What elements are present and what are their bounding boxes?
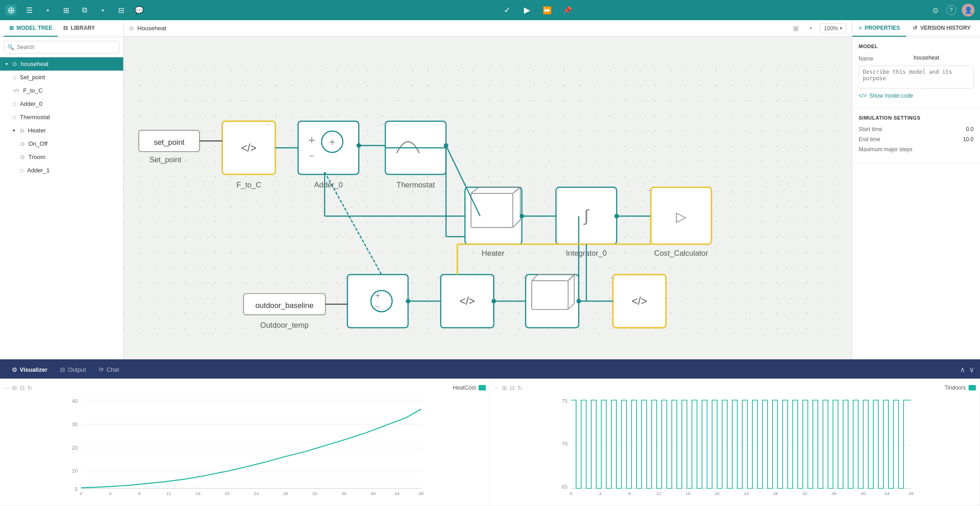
- svg-text:+: +: [329, 136, 336, 148]
- sidebar-item-troom[interactable]: ⊙ Troom: [0, 150, 123, 164]
- heatcost-menu-icon[interactable]: ···: [4, 384, 9, 391]
- svg-text:0: 0: [80, 491, 82, 496]
- view-arrow-icon[interactable]: ▾: [97, 5, 108, 16]
- box3d-2-node[interactable]: [526, 275, 579, 328]
- svg-point-13: [356, 143, 361, 148]
- svg-text:</>: </>: [632, 295, 647, 307]
- output-icon: ⊟: [60, 366, 65, 373]
- charts-area: ··· ⊞ ⊟ ↻ HeatCost 40 30 20 10: [0, 379, 980, 506]
- heatcost-save-icon[interactable]: ⊟: [20, 385, 25, 391]
- tindoors-legend: Tindoors: [945, 385, 976, 391]
- description-input[interactable]: [859, 66, 974, 88]
- outdoor-temp-label: Outdoor_temp: [260, 321, 309, 330]
- svg-text:40: 40: [370, 491, 376, 496]
- adder-0-node[interactable]: [298, 121, 359, 175]
- add-view-icon[interactable]: ⊟: [115, 5, 126, 16]
- expand-panel-icon[interactable]: ∨: [969, 365, 975, 374]
- svg-text:20: 20: [224, 491, 230, 496]
- add-model-icon[interactable]: ⊞: [60, 5, 71, 16]
- diagram-canvas[interactable]: set_point Set_point </> F_to_C ↔ + − + A…: [124, 37, 852, 359]
- tab-chat[interactable]: ⟳ Chat: [93, 363, 125, 377]
- svg-text:20: 20: [714, 491, 720, 496]
- menu-icon[interactable]: ☰: [24, 5, 35, 16]
- search-input[interactable]: [4, 41, 120, 54]
- tindoors-copy-icon[interactable]: ⊞: [502, 385, 507, 391]
- collapse-panel-icon[interactable]: ∧: [960, 365, 965, 374]
- sidebar-item-on-off[interactable]: ⊙ On_Off: [0, 137, 123, 150]
- tindoors-refresh-icon[interactable]: ↻: [517, 385, 523, 391]
- svg-text:+: +: [375, 291, 381, 301]
- tab-visualizer[interactable]: ⊙ Visualizer: [5, 363, 54, 377]
- heatcost-chart-header: ··· ⊞ ⊟ ↻ HeatCost: [4, 382, 486, 393]
- heater-node[interactable]: [465, 187, 522, 244]
- tab-output[interactable]: ⊟ Output: [54, 363, 92, 377]
- sidebar-item-adder-1[interactable]: □ Adder_1: [0, 164, 123, 177]
- sidebar-item-thermostat[interactable]: □ Thermostat: [0, 110, 123, 124]
- tab-library[interactable]: ⊟ LIBRARY: [58, 20, 100, 37]
- tab-properties[interactable]: ≡ PROPERTIES: [852, 20, 906, 37]
- tindoors-save-icon[interactable]: ⊟: [510, 385, 515, 391]
- pin-icon[interactable]: 📌: [562, 5, 573, 16]
- comment-icon[interactable]: 💬: [134, 5, 145, 16]
- cost-resize: ↔: [647, 187, 654, 194]
- svg-text:32: 32: [802, 491, 807, 496]
- tab-version-history[interactable]: ↺ VERSION HISTORY: [906, 20, 977, 37]
- visualizer-icon: ⊙: [12, 366, 17, 373]
- thermostat-label: Thermostat: [397, 181, 435, 189]
- househeat-icon: ⊙: [12, 61, 17, 67]
- app-logo-icon[interactable]: ⊕: [5, 5, 16, 16]
- menu-arrow-icon[interactable]: ▾: [42, 5, 53, 16]
- chat-icon: ⟳: [99, 366, 104, 373]
- heatcost-refresh-icon[interactable]: ↻: [27, 385, 33, 391]
- check-icon[interactable]: ✓: [501, 5, 512, 16]
- svg-text:16: 16: [686, 491, 691, 496]
- canvas-header-icon: ⊙: [129, 25, 134, 32]
- sidebar-item-heater[interactable]: ▾ ⊙ Heater: [0, 124, 123, 137]
- sidebar-item-set-point[interactable]: □ Set_point: [0, 71, 123, 84]
- svg-point-15: [520, 214, 524, 219]
- svg-point-22: [406, 299, 410, 303]
- tindoors-menu-icon[interactable]: ···: [494, 384, 499, 391]
- layer-arrow-icon[interactable]: ▾: [805, 23, 816, 34]
- svg-text:30: 30: [72, 422, 77, 427]
- sidebar-item-adder-0[interactable]: □ Adder_0: [0, 97, 123, 110]
- svg-text:44: 44: [884, 491, 890, 496]
- heatcost-copy-icon[interactable]: ⊞: [12, 385, 17, 391]
- fast-forward-icon[interactable]: ⏩: [542, 5, 553, 16]
- user-avatar[interactable]: 👤: [962, 4, 975, 16]
- main-layout: ⊞ MODEL TREE ⊟ LIBRARY 🔍 ▾ ⊙ househeat □: [0, 20, 980, 506]
- svg-text:36: 36: [342, 491, 347, 496]
- top-section: ⊞ MODEL TREE ⊟ LIBRARY 🔍 ▾ ⊙ househeat □: [0, 20, 980, 359]
- svg-text:40: 40: [860, 491, 866, 496]
- help-icon[interactable]: ?: [946, 5, 956, 15]
- svg-text:24: 24: [744, 491, 749, 496]
- sidebar-item-f-to-c[interactable]: </> F_to_C: [0, 84, 123, 97]
- plus-icon: +: [308, 133, 315, 147]
- layer-icon[interactable]: ⊞: [790, 23, 801, 34]
- svg-text:8: 8: [138, 491, 141, 496]
- tindoors-svg: 75 70 65 0 4 8 12 16 20: [494, 395, 976, 496]
- view-icon[interactable]: ⧉: [79, 5, 90, 16]
- tindoors-chart-header: ··· ⊞ ⊟ ↻ Tindoors: [494, 382, 976, 393]
- set-point-label: set_point: [154, 138, 185, 147]
- canvas-controls: ⊞ ▾ 100% ▾: [790, 23, 846, 34]
- svg-text:40: 40: [72, 398, 77, 404]
- svg-text:↔: ↔: [437, 274, 444, 281]
- svg-text:75: 75: [562, 398, 567, 404]
- minus-icon: −: [309, 151, 315, 161]
- collapse-arrow-icon: ▾: [5, 61, 8, 66]
- play-icon[interactable]: ▶: [522, 5, 533, 16]
- heatcost-chart-svg-wrap: 40 30 20 10 0 0: [4, 395, 486, 502]
- integral-icon: ∫: [583, 206, 589, 225]
- sidebar-item-househeat[interactable]: ▾ ⊙ househeat: [0, 57, 123, 71]
- bottom-tabs: ⊙ Visualizer ⊟ Output ⟳ Chat ∧ ∨: [0, 360, 980, 379]
- start-time-row: Start time 0.0: [859, 126, 974, 132]
- svg-text:8: 8: [628, 491, 631, 496]
- f-to-c-label: F_to_C: [236, 181, 261, 189]
- heatcost-legend-color: [479, 385, 486, 390]
- show-model-code-link[interactable]: </> Show model code: [859, 90, 974, 102]
- zoom-control[interactable]: 100% ▾: [820, 23, 846, 33]
- history-icon[interactable]: ⊙: [930, 5, 941, 16]
- adder-1-node[interactable]: [348, 275, 408, 328]
- tab-model-tree[interactable]: ⊞ MODEL TREE: [4, 20, 58, 37]
